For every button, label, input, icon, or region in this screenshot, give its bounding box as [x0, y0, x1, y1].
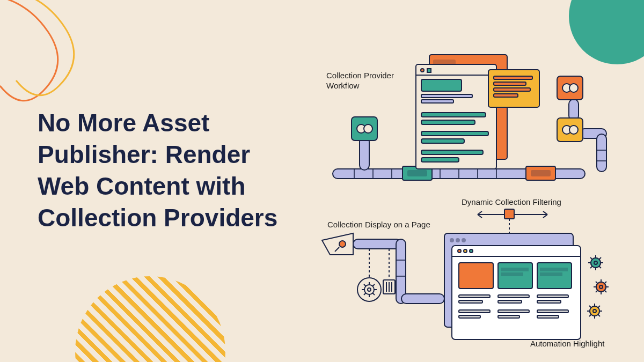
svg-rect-102: [498, 315, 519, 318]
svg-point-107: [591, 258, 601, 268]
svg-point-57: [569, 125, 578, 134]
svg-rect-42: [421, 150, 483, 154]
svg-point-73: [357, 278, 381, 301]
wavy-lines-decoration: [0, 0, 102, 118]
pen-tool-flag: [322, 233, 353, 255]
svg-point-54: [569, 84, 578, 92]
workflow-node-orange: [557, 76, 583, 100]
svg-rect-36: [421, 94, 472, 98]
svg-rect-93: [540, 268, 567, 271]
svg-point-109: [596, 282, 606, 292]
svg-rect-106: [537, 315, 559, 318]
svg-rect-21: [597, 134, 606, 172]
svg-rect-39: [421, 120, 475, 124]
svg-rect-40: [421, 131, 488, 136]
svg-rect-100: [498, 300, 522, 303]
svg-rect-37: [421, 100, 453, 103]
svg-rect-92: [501, 273, 523, 276]
browser-window: [444, 233, 581, 339]
svg-rect-97: [459, 310, 490, 313]
svg-point-65: [339, 241, 346, 247]
svg-rect-38: [421, 113, 486, 117]
svg-rect-43: [421, 158, 459, 162]
svg-rect-18: [360, 137, 369, 170]
svg-rect-99: [498, 295, 529, 298]
svg-point-87: [470, 249, 473, 253]
svg-point-111: [590, 306, 599, 316]
svg-rect-48: [494, 94, 518, 97]
svg-rect-27: [531, 171, 550, 176]
svg-point-86: [464, 249, 467, 253]
svg-rect-88: [459, 263, 493, 289]
svg-rect-96: [459, 300, 482, 303]
svg-rect-46: [494, 82, 526, 85]
automation-gear-teal: [588, 255, 603, 270]
svg-rect-45: [494, 76, 532, 79]
svg-rect-94: [540, 273, 562, 276]
automation-gear-amber: [587, 304, 602, 319]
automation-gear-orange: [594, 279, 609, 294]
page-title: No More Asset Publisher: Render Web Cont…: [38, 107, 295, 234]
sticky-note: [488, 70, 539, 107]
svg-rect-33: [427, 69, 431, 72]
svg-rect-29: [434, 60, 455, 64]
workflow-node-amber: [557, 118, 583, 142]
svg-rect-83: [452, 246, 581, 339]
svg-point-51: [364, 124, 372, 133]
svg-rect-101: [498, 310, 529, 313]
svg-rect-91: [501, 268, 528, 271]
svg-rect-59: [504, 209, 514, 219]
document-front-page: [416, 64, 496, 169]
conveyor-chip-orange: [526, 166, 555, 180]
collection-providers-diagram: Collection Provider Workflow Collection …: [311, 48, 628, 349]
hanging-gear: [357, 249, 381, 301]
svg-rect-105: [537, 310, 568, 313]
svg-rect-47: [494, 88, 530, 91]
svg-point-80: [450, 239, 453, 242]
svg-rect-95: [459, 295, 490, 298]
svg-point-85: [458, 249, 461, 253]
svg-rect-104: [537, 300, 561, 303]
svg-rect-41: [421, 139, 464, 143]
svg-point-32: [421, 69, 424, 72]
striped-blob-decoration: [75, 276, 225, 362]
svg-rect-103: [537, 295, 568, 298]
svg-rect-67: [353, 239, 401, 249]
svg-point-81: [456, 239, 459, 242]
svg-point-82: [462, 239, 465, 242]
svg-rect-25: [408, 171, 427, 176]
diagram-svg: [311, 48, 628, 354]
workflow-node-green: [352, 117, 377, 141]
svg-rect-69: [401, 294, 444, 304]
svg-rect-98: [459, 315, 480, 318]
hanging-trash: [383, 249, 395, 294]
svg-rect-35: [421, 79, 462, 91]
filter-slider: [478, 209, 547, 233]
